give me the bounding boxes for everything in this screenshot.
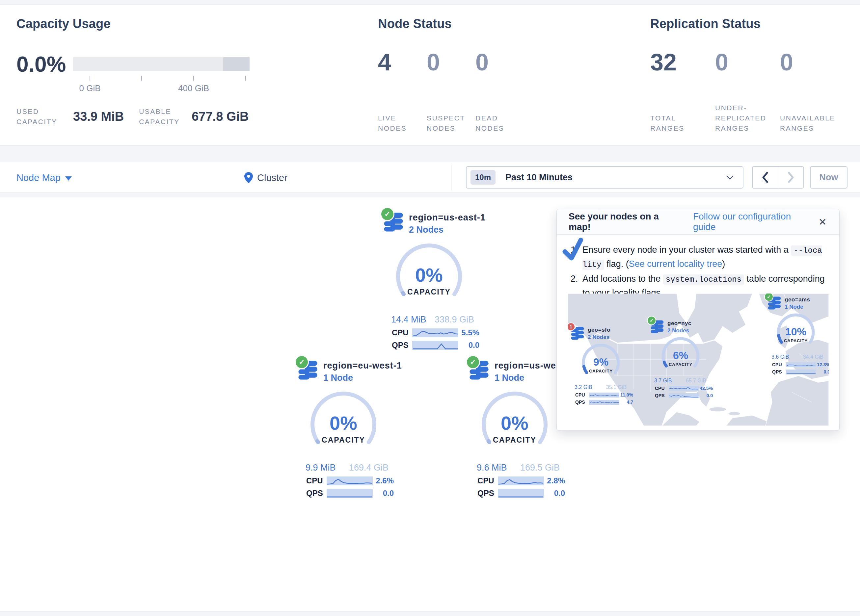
capacity-axis-label: 400 GiB <box>178 83 209 94</box>
time-forward-button[interactable] <box>778 167 804 188</box>
cpu-sparkline <box>589 393 619 398</box>
breadcrumb-label: Cluster <box>257 172 287 183</box>
status-ok-icon: ✓ <box>296 356 308 368</box>
breadcrumb[interactable]: Cluster <box>244 162 287 193</box>
capacity-gauge-word: CAPACITY <box>493 436 536 445</box>
capacity-bar <box>73 57 250 71</box>
capacity-axis-tick <box>193 76 194 81</box>
time-range-dropdown[interactable]: 10m Past 10 Minutes <box>466 166 744 188</box>
cpu-value: 11.0% <box>620 392 633 398</box>
qps-sparkline <box>498 489 544 498</box>
close-icon[interactable]: ✕ <box>816 215 829 229</box>
qps-value: 0.0 <box>554 489 565 498</box>
map-node-used: 3.7 GiB <box>654 378 672 384</box>
map-node-total: 34.4 GiB <box>803 354 824 360</box>
map-node-total: 35.1 GiB <box>606 384 626 390</box>
capacity-gauge-percent: 9% <box>593 357 609 367</box>
live-nodes-value: 4 <box>378 47 427 77</box>
cpu-label: CPU <box>655 386 669 391</box>
capacity-gauge-percent: 0% <box>330 413 357 433</box>
popup-header: See your nodes on a map! Follow our conf… <box>557 209 839 235</box>
suspect-nodes-stat: 0 SUSPECT NODES <box>427 47 476 133</box>
map-node-name: geo=ams <box>785 296 810 303</box>
capacity-axis-label: 0 GiB <box>79 83 100 94</box>
unavailable-ranges-value: 0 <box>780 47 845 77</box>
time-range-badge: 10m <box>471 170 496 185</box>
replication-status-title: Replication Status <box>650 17 761 31</box>
region-name: region=us-east-1 <box>409 213 486 223</box>
qps-label: QPS <box>655 393 669 398</box>
capacity-gauge-percent: 10% <box>785 326 806 337</box>
cpu-sparkline <box>412 328 458 337</box>
cpu-label: CPU <box>392 328 412 337</box>
capacity-axis-tick <box>245 76 246 81</box>
qps-value: 0.0 <box>469 340 479 350</box>
cpu-label: CPU <box>772 362 786 367</box>
dead-nodes-stat: 0 DEAD NODES <box>476 47 524 133</box>
node-status-title: Node Status <box>378 17 452 31</box>
region-used-capacity: 9.9 MiB <box>306 462 336 473</box>
region-node-count: 2 Nodes <box>409 225 486 235</box>
map-node-name: geo=sfo <box>588 327 610 333</box>
total-ranges-label: TOTAL RANGES <box>650 113 705 133</box>
popup-title: See your nodes on a map! <box>569 211 683 232</box>
region-used-capacity: 9.6 MiB <box>477 462 507 473</box>
capacity-gauge-word: CAPACITY <box>669 362 692 367</box>
node-status-section: Node Status 4 LIVE NODES 0 SUSPECT NODES… <box>378 5 609 146</box>
qps-label: QPS <box>575 400 589 405</box>
map-node-geo-nyc[interactable]: ✓ geo=nyc 2 Nodes 6% CAPACITY <box>650 320 718 398</box>
suspect-nodes-label: SUSPECT NODES <box>427 113 476 133</box>
qps-label: QPS <box>477 489 498 498</box>
chevron-down-icon <box>65 176 72 181</box>
qps-value: 0.0 <box>824 369 829 375</box>
chevron-left-icon <box>761 171 769 183</box>
time-back-button[interactable] <box>753 167 778 188</box>
cpu-sparkline <box>326 476 373 485</box>
cpu-label: CPU <box>575 392 589 398</box>
cpu-value: 2.8% <box>547 476 565 485</box>
capacity-percent: 0.0% <box>16 52 66 77</box>
used-capacity-label: USED CAPACITY <box>16 106 66 127</box>
unavailable-ranges-stat: 0 UNAVAILABLE RANGES <box>780 47 845 133</box>
status-ok-icon: ✓ <box>381 208 394 220</box>
map-node-used: 3.6 GiB <box>771 354 789 360</box>
region-node-count: 1 Node <box>323 373 402 383</box>
map-node-total: 65.7 GiB <box>686 378 706 384</box>
cpu-label: CPU <box>477 476 498 485</box>
capacity-gauge-word: CAPACITY <box>322 436 365 445</box>
qps-sparkline <box>786 370 816 375</box>
cpu-value: 42.5% <box>700 386 713 391</box>
time-pager <box>752 166 804 188</box>
view-mode-dropdown[interactable]: Node Map <box>16 162 72 193</box>
configuration-guide-link[interactable]: Follow our configuration guide <box>693 211 816 232</box>
map-pin-icon <box>244 172 253 183</box>
live-nodes-stat: 4 LIVE NODES <box>378 47 427 133</box>
region-card-us-east-1[interactable]: ✓ region=us-east-1 2 Nodes 0% CAPACITY 1… <box>382 212 493 350</box>
now-button[interactable]: Now <box>810 166 847 188</box>
qps-value: 0.0 <box>706 393 713 398</box>
view-mode-label: Node Map <box>16 172 61 183</box>
region-total-capacity: 169.4 GiB <box>349 462 389 473</box>
map-node-count: 1 Node <box>785 304 810 310</box>
capacity-gauge-word: CAPACITY <box>589 368 613 373</box>
map-node-geo-sfo[interactable]: 1 geo=sfo 2 Nodes 9% CAPACITY <box>571 326 638 405</box>
qps-value: 0.0 <box>383 489 394 498</box>
qps-sparkline <box>669 393 699 398</box>
locality-tree-link[interactable]: See current locality tree <box>629 259 722 269</box>
qps-label: QPS <box>392 340 412 350</box>
chevron-down-icon <box>726 175 734 180</box>
status-ok-icon: ✓ <box>648 317 656 324</box>
cpu-label: CPU <box>306 476 326 485</box>
capacity-usage-section: Capacity Usage 0.0% 0 GiB 400 GiB USED C… <box>16 5 346 146</box>
region-card-eu-west-1[interactable]: ✓ region=eu-west-1 1 Node 0% CAPACITY 9.… <box>296 360 407 498</box>
map-node-geo-ams[interactable]: ✓ geo=ams 1 Node 10% CAPACITY <box>767 296 829 375</box>
qps-label: QPS <box>306 489 326 498</box>
region-used-capacity: 14.4 MiB <box>391 315 426 325</box>
popup-instructions: 1. Ensure every node in your cluster was… <box>557 235 839 299</box>
region-total-capacity: 169.5 GiB <box>520 462 560 473</box>
under-replicated-label: UNDER-REPLICATED RANGES <box>715 103 769 133</box>
qps-value: 4.7 <box>627 400 633 405</box>
region-total-capacity: 338.9 GiB <box>435 315 474 325</box>
total-ranges-value: 32 <box>650 47 715 77</box>
capacity-gauge-percent: 0% <box>501 413 529 433</box>
